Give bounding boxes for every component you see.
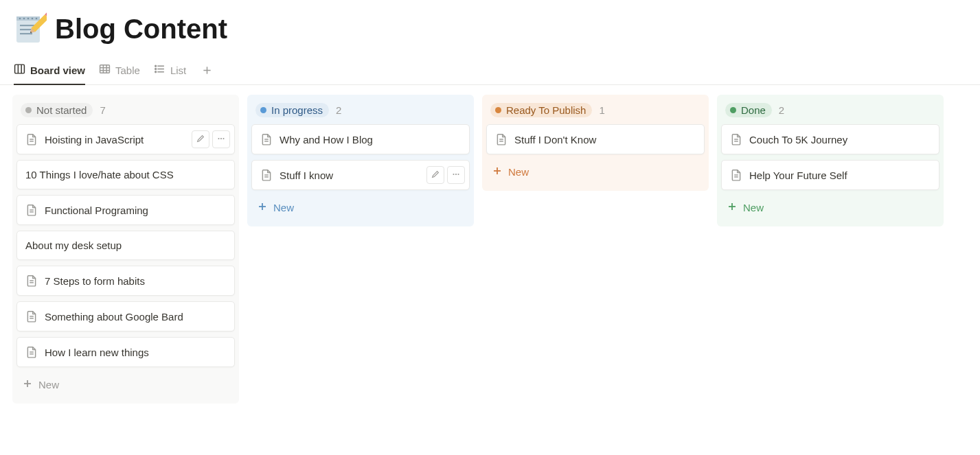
column-header: Ready To Publish1: [486, 100, 705, 124]
column-count: 7: [100, 104, 105, 116]
svg-point-32: [218, 137, 219, 139]
card[interactable]: Hoisting in JavaScript: [16, 124, 235, 154]
new-card-button[interactable]: New: [251, 196, 470, 220]
svg-point-50: [455, 173, 457, 174]
edit-icon: [196, 134, 205, 145]
more-button[interactable]: [212, 130, 230, 148]
new-card-button[interactable]: New: [721, 196, 939, 220]
svg-point-5: [32, 18, 34, 20]
document-icon: [25, 133, 38, 145]
column-header: Done2: [721, 100, 939, 124]
status-label: Done: [741, 104, 766, 116]
document-icon: [260, 169, 273, 181]
card[interactable]: 10 Things I love/hate about CSS: [16, 160, 235, 189]
card[interactable]: About my desk setup: [16, 231, 235, 260]
status-dot-icon: [260, 107, 266, 113]
card[interactable]: 7 Steps to form habits: [16, 266, 235, 296]
card-actions: [426, 166, 465, 184]
page-header: Blog Content: [0, 0, 980, 51]
tab-table-view[interactable]: Table: [99, 63, 140, 85]
svg-point-49: [453, 173, 454, 174]
document-icon: [260, 133, 273, 145]
card[interactable]: Stuff I Don't Know: [486, 124, 705, 154]
status-dot-icon: [730, 107, 736, 113]
tab-label: Board view: [30, 65, 85, 76]
svg-point-6: [36, 18, 38, 20]
status-dot-icon: [25, 107, 32, 113]
edit-button[interactable]: [426, 166, 444, 184]
view-tabs: Board view Table List: [0, 51, 980, 85]
document-icon: [730, 169, 742, 181]
board-icon: [14, 63, 25, 77]
card[interactable]: Something about Google Bard: [16, 301, 235, 331]
card-title: 10 Things I love/hate about CSS: [25, 169, 174, 180]
svg-point-27: [155, 71, 157, 73]
new-card-button[interactable]: New: [16, 373, 235, 397]
tab-list-view[interactable]: List: [154, 63, 186, 85]
plus-icon: [492, 165, 503, 178]
column-count: 2: [779, 104, 784, 116]
card-title: 7 Steps to form habits: [45, 275, 145, 287]
card-title: Help Your Future Self: [749, 170, 847, 181]
card[interactable]: Why and How I Blog: [251, 124, 470, 154]
card-title: Functional Programing: [45, 205, 148, 216]
column-header: Not started7: [16, 100, 235, 124]
status-label: Ready To Publish: [506, 104, 586, 116]
status-pill-done[interactable]: Done: [725, 103, 772, 117]
edit-button[interactable]: [192, 130, 209, 148]
document-icon: [495, 133, 508, 145]
status-dot-icon: [495, 107, 501, 113]
card[interactable]: Functional Programing: [16, 195, 235, 225]
table-icon: [99, 63, 111, 77]
card-title: Stuff I Don't Know: [514, 134, 596, 145]
status-pill-ready[interactable]: Ready To Publish: [490, 103, 592, 117]
card[interactable]: Stuff I know: [251, 160, 470, 190]
tab-label: List: [170, 65, 186, 76]
document-icon: [25, 204, 38, 216]
column-header: In progress2: [251, 100, 470, 124]
new-label: New: [38, 379, 59, 390]
svg-point-3: [23, 18, 25, 20]
svg-point-25: [155, 65, 157, 67]
card-title: Something about Google Bard: [45, 311, 183, 323]
document-icon: [25, 346, 38, 358]
svg-rect-17: [100, 65, 110, 73]
plus-icon: [727, 201, 738, 214]
card[interactable]: Help Your Future Self: [721, 160, 939, 190]
status-label: Not started: [36, 104, 87, 116]
tab-label: Table: [115, 65, 140, 76]
column-count: 1: [599, 104, 604, 116]
status-pill-notstarted[interactable]: Not started: [21, 103, 93, 117]
document-icon: [730, 133, 742, 145]
status-pill-inprogress[interactable]: In progress: [255, 103, 329, 117]
card-title: How I learn new things: [45, 347, 149, 358]
card[interactable]: Couch To 5K Journey: [721, 124, 939, 154]
svg-point-51: [457, 173, 459, 174]
new-label: New: [273, 202, 294, 213]
tab-board-view[interactable]: Board view: [14, 63, 85, 85]
list-icon: [154, 63, 166, 77]
svg-rect-14: [15, 65, 25, 73]
card-title: Couch To 5K Journey: [749, 134, 847, 145]
column-done: Done2Couch To 5K JourneyHelp Your Future…: [717, 95, 944, 226]
new-card-button[interactable]: New: [486, 160, 705, 184]
svg-point-33: [220, 137, 222, 139]
card-actions: [192, 130, 230, 148]
column-inprogress: In progress2Why and How I BlogStuff I kn…: [247, 95, 474, 226]
document-icon: [25, 275, 38, 287]
page-title[interactable]: Blog Content: [55, 14, 227, 45]
status-label: In progress: [271, 104, 323, 116]
column-ready: Ready To Publish1Stuff I Don't KnowNew: [482, 95, 709, 191]
more-button[interactable]: [447, 166, 465, 184]
add-view-button[interactable]: [200, 64, 214, 78]
card-title: Stuff I know: [280, 170, 333, 181]
svg-point-26: [155, 69, 157, 70]
page-emoji-memo-icon[interactable]: [14, 12, 47, 45]
card-title: About my desk setup: [25, 240, 122, 251]
column-count: 2: [336, 104, 341, 116]
svg-point-4: [27, 18, 30, 20]
card[interactable]: How I learn new things: [16, 337, 235, 367]
more-icon: [216, 134, 226, 145]
svg-rect-9: [20, 33, 32, 34]
kanban-board: Not started7Hoisting in JavaScript10 Thi…: [0, 85, 980, 413]
